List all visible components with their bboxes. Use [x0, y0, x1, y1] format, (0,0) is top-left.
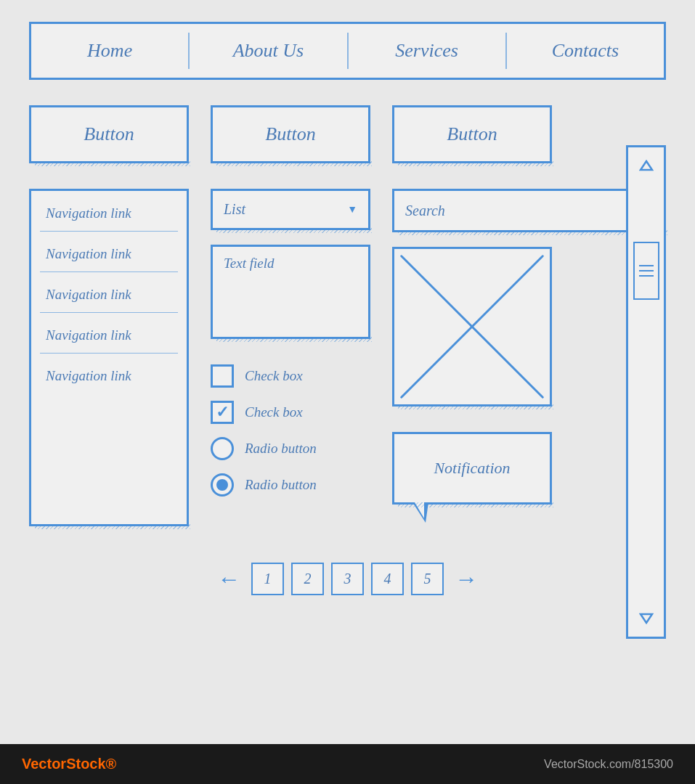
navigation-bar: Home About Us Services Contacts	[29, 22, 666, 80]
radio-icon-filled	[211, 473, 234, 497]
nav-item-contacts[interactable]: Contacts	[507, 24, 664, 78]
footer-trademark: ®	[106, 756, 117, 772]
dropdown-widget[interactable]: List ▼	[211, 189, 370, 230]
scrollbar-down-button[interactable]	[628, 600, 664, 637]
notification-tail-inner	[415, 502, 424, 518]
radio-label-2: Radio button	[245, 477, 317, 493]
buttons-row: Button Button Button	[29, 105, 666, 163]
nav-link-4[interactable]: Navigation link	[31, 313, 187, 354]
nav-link-2[interactable]: Navigation link	[31, 232, 187, 272]
chevron-down-icon: ▼	[347, 204, 357, 216]
x-placeholder-icon	[394, 249, 550, 404]
nav-item-home[interactable]: Home	[31, 24, 188, 78]
search-widget[interactable]: Search 🔍	[392, 189, 666, 232]
radio-icon-unchecked	[211, 437, 234, 460]
scrollbar-thumb[interactable]	[633, 242, 659, 300]
checkbox-icon-checked	[211, 401, 234, 424]
radio-checked-item[interactable]: Radio button	[211, 473, 370, 497]
scrollbar-widget	[626, 145, 666, 639]
pagination-page-1[interactable]: 1	[251, 563, 284, 595]
scrollbar-track[interactable]	[628, 184, 664, 600]
nav-link-1[interactable]: Navigation link	[31, 191, 187, 232]
radio-label-1: Radio button	[245, 441, 317, 457]
nav-item-about[interactable]: About Us	[190, 24, 346, 78]
pagination-next-button[interactable]: →	[451, 565, 481, 592]
svg-marker-2	[641, 161, 652, 170]
right-column: Search 🔍 Notification	[392, 189, 666, 526]
scrollbar-thumb-lines	[639, 265, 654, 277]
search-label: Search	[405, 203, 445, 219]
pagination-prev-button[interactable]: ←	[214, 565, 244, 592]
checkbox-checked-item[interactable]: Check box	[211, 401, 370, 424]
middle-column: List ▼ Text field Check box Check box	[211, 189, 370, 526]
radio-unchecked-item[interactable]: Radio button	[211, 437, 370, 460]
pagination-page-3[interactable]: 3	[331, 563, 364, 595]
footer-bar: VectorStock® VectorStock.com/815300	[0, 744, 695, 784]
button-3[interactable]: Button	[392, 105, 552, 163]
checkbox-icon-unchecked	[211, 364, 234, 388]
button-2[interactable]: Button	[211, 105, 370, 163]
notification-container: Notification	[392, 432, 666, 526]
nav-link-5[interactable]: Navigation link	[31, 354, 187, 394]
pagination-row: ← 1 2 3 4 5 →	[29, 563, 666, 595]
nav-item-services[interactable]: Services	[349, 24, 505, 78]
notification-widget: Notification	[392, 432, 552, 505]
image-placeholder	[392, 247, 552, 407]
text-field-widget[interactable]: Text field	[211, 245, 370, 339]
checkbox-label-2: Check box	[245, 404, 303, 420]
nav-link-3[interactable]: Navigation link	[31, 272, 187, 313]
checkbox-unchecked[interactable]: Check box	[211, 364, 370, 388]
pagination-page-4[interactable]: 4	[371, 563, 404, 595]
checkbox-label-1: Check box	[245, 368, 303, 384]
scrollbar-up-button[interactable]	[628, 147, 664, 184]
footer-brand-name: VectorStock	[22, 756, 106, 772]
pagination-page-2[interactable]: 2	[291, 563, 324, 595]
notification-label: Notification	[434, 459, 510, 478]
textfield-label: Text field	[224, 256, 275, 271]
button-1[interactable]: Button	[29, 105, 189, 163]
footer-url: VectorStock.com/815300	[544, 758, 673, 771]
footer-brand: VectorStock®	[22, 756, 116, 772]
dropdown-label: List	[224, 201, 245, 218]
widgets-area: Navigation link Navigation link Navigati…	[29, 189, 666, 526]
pagination-page-5[interactable]: 5	[411, 563, 444, 595]
checkboxes-area: Check box Check box Radio button Radio b…	[211, 364, 370, 510]
svg-marker-3	[641, 614, 652, 623]
nav-links-panel: Navigation link Navigation link Navigati…	[29, 189, 189, 526]
